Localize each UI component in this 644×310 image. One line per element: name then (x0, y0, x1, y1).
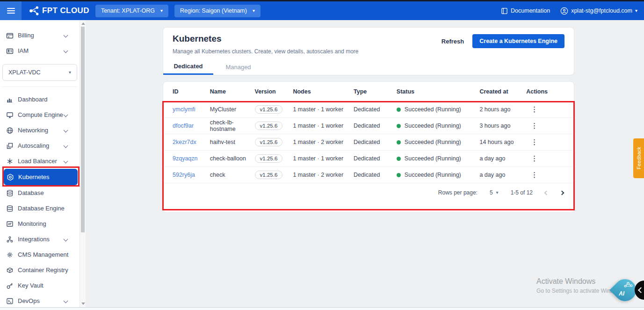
created-at: a day ago (479, 172, 526, 178)
status-text: Succeeded (Running) (405, 123, 461, 129)
chevron-down-icon (64, 128, 68, 133)
sidebar-item-container-registry[interactable]: Container Registry (0, 262, 80, 278)
cluster-id-link[interactable]: 2kezr7dx (173, 139, 196, 145)
sidebar-item-label: IAM (18, 47, 29, 54)
created-at: a day ago (479, 155, 526, 162)
created-at: 2 hours ago (479, 106, 526, 113)
sidebar: Billing IAM XPLAT-VDC ▾ Dashboard Comput… (0, 20, 86, 307)
caret-down-icon: ▾ (160, 8, 163, 13)
row-actions-menu-icon[interactable]: ⋮ (526, 122, 538, 130)
load-balancer-icon (6, 158, 14, 165)
chevron-left-icon (638, 287, 644, 293)
cluster-nodes: 1 master · 1 worker (293, 123, 354, 129)
feedback-tab[interactable]: Feedback (633, 138, 644, 178)
chevron-down-icon (64, 237, 68, 242)
cluster-nodes: 1 master · 1 worker (293, 155, 354, 162)
sidebar-item-kubernetes[interactable]: Kubernetes (4, 169, 78, 185)
caret-down-icon: ▾ (496, 190, 499, 195)
sidebar-item-compute-engine[interactable]: Compute Engine (0, 107, 80, 123)
cluster-type: Dedicated (354, 172, 397, 178)
status-dot (397, 157, 401, 161)
tab-bar: Dedicated Managed (163, 59, 263, 75)
sidebar-item-database[interactable]: Database (0, 185, 80, 201)
pagination-bar: Rows per page: 5 ▾ 1-5 of 12 (163, 183, 574, 202)
integrations-icon (6, 236, 14, 243)
cluster-id-link[interactable]: 9zqyaqzn (173, 155, 198, 162)
scroll-up-arrow-icon[interactable] (81, 22, 85, 25)
chevron-down-icon (64, 299, 68, 303)
feedback-label: Feedback (636, 147, 642, 169)
sidebar-item-dashboard[interactable]: Dashboard (0, 92, 80, 107)
sidebar-item-cms-management[interactable]: CMS Management (0, 247, 80, 262)
compute-engine-icon (6, 111, 14, 119)
container-registry-icon (6, 267, 14, 274)
hamburger-menu-button[interactable] (0, 1, 22, 20)
caret-down-icon: ▾ (635, 8, 637, 13)
devops-icon (6, 297, 14, 305)
user-account-menu[interactable]: xplat-stg@fptcloud.com ▾ (560, 7, 637, 15)
cluster-type: Dedicated (354, 139, 397, 145)
cluster-id-link[interactable]: 592ry6ja (173, 172, 195, 178)
next-page-button[interactable] (560, 190, 564, 195)
row-actions-menu-icon[interactable]: ⋮ (526, 171, 538, 179)
row-actions-menu-icon[interactable]: ⋮ (526, 138, 538, 146)
sidebar-item-label: Dashboard (18, 96, 48, 103)
region-selector[interactable]: Region: Saigon (Vietnam) ▾ (174, 5, 260, 17)
documentation-link[interactable]: Documentation (501, 7, 550, 14)
sidebar-item-devops[interactable]: DevOps (0, 293, 80, 309)
column-header-version: Version (255, 88, 293, 95)
window-bottom-border (0, 307, 644, 310)
sidebar-item-integrations[interactable]: Integrations (0, 231, 80, 247)
column-header-created-at: Created at (479, 88, 526, 95)
sidebar-item-database-engine[interactable]: Database Engine (0, 201, 80, 216)
cluster-id-link[interactable]: ymclymfi (173, 106, 195, 113)
sidebar-item-networking[interactable]: Networking (0, 123, 80, 138)
sidebar-item-monitoring[interactable]: Monitoring (0, 216, 80, 231)
create-kubernetes-engine-button[interactable]: Create a Kubernetes Engine (472, 34, 564, 48)
cluster-id-link[interactable]: dfocf9ar (173, 123, 194, 129)
user-circle-icon (560, 7, 568, 15)
sidebar-item-label: Billing (18, 32, 34, 39)
created-at: 14 hours ago (479, 139, 526, 145)
table-row: 9zqyaqzn check-balloon v1.25.6 1 master … (163, 151, 574, 167)
page-subtitle: Manage all Kubernetes clusters. Create, … (173, 48, 359, 55)
sidebar-scrollbar[interactable] (80, 20, 86, 307)
refresh-button[interactable]: Refresh (441, 38, 464, 45)
tenant-selector[interactable]: Tenant: XPLAT-ORG ▾ (95, 5, 168, 17)
database-engine-icon (6, 205, 14, 212)
caret-down-icon: ▾ (253, 8, 255, 13)
sidebar-item-label: Networking (18, 127, 48, 134)
sidebar-item-key-vault[interactable]: Key Vault (0, 278, 80, 293)
sidebar-item-billing[interactable]: Billing (0, 28, 80, 43)
hamburger-icon (7, 8, 15, 9)
cluster-type: Dedicated (354, 123, 397, 129)
previous-page-button[interactable] (544, 190, 549, 195)
cluster-nodes: 1 master · 2 worker (293, 139, 354, 145)
sidebar-item-autoscaling[interactable]: Autoscaling (0, 138, 80, 153)
fpt-molecule-icon (29, 6, 39, 16)
version-chip: v1.25.6 (255, 122, 283, 130)
sidebar-item-label: Compute Engine (18, 111, 63, 118)
status-dot (397, 124, 401, 128)
rows-per-page-select[interactable]: 5 ▾ (490, 189, 499, 196)
column-header-nodes: Nodes (293, 88, 354, 95)
chevron-down-icon (64, 144, 68, 148)
row-actions-menu-icon[interactable]: ⋮ (526, 105, 538, 113)
logo-text: FPT CLOUD (42, 6, 89, 15)
chevron-down-icon (64, 159, 68, 164)
sidebar-item-load-balancer[interactable]: Load Balancer (0, 153, 80, 169)
autoscaling-icon (6, 142, 14, 150)
rows-per-page-label: Rows per page: (438, 189, 478, 196)
billing-icon (6, 32, 14, 39)
sidebar-item-label: DevOps (18, 297, 40, 304)
scroll-down-arrow-icon[interactable] (81, 303, 85, 305)
vdc-selector[interactable]: XPLAT-VDC ▾ (2, 64, 77, 81)
status-dot (397, 108, 401, 112)
tab-managed[interactable]: Managed (213, 59, 263, 75)
sidebar-item-label: Monitoring (18, 220, 46, 227)
scrollbar-thumb[interactable] (81, 27, 85, 232)
sidebar-item-label: Integrations (18, 236, 50, 243)
tab-dedicated[interactable]: Dedicated (163, 59, 213, 75)
sidebar-item-iam[interactable]: IAM (0, 43, 80, 58)
row-actions-menu-icon[interactable]: ⋮ (526, 154, 538, 162)
